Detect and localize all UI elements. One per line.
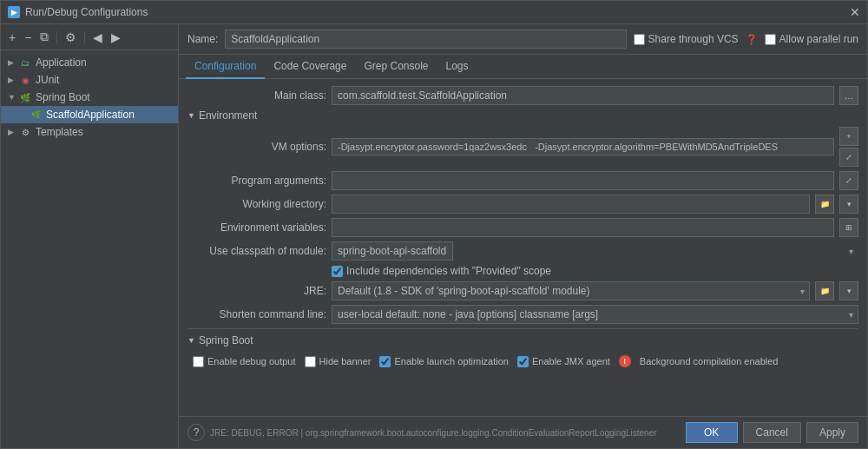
- copy-config-button[interactable]: ⧉: [37, 28, 51, 46]
- shorten-cmd-select-wrapper: user-local default: none - java [options…: [332, 305, 858, 324]
- shorten-cmd-label: Shorten command line:: [187, 308, 326, 320]
- main-class-browse-button[interactable]: …: [839, 86, 858, 105]
- vm-options-expand-button[interactable]: ⤢: [839, 148, 858, 167]
- close-button[interactable]: ✕: [850, 6, 860, 18]
- classpath-label: Use classpath of module:: [187, 245, 326, 257]
- jmx-agent-option[interactable]: Enable JMX agent: [517, 356, 610, 367]
- tree-item-templates[interactable]: ▶ ⚙ Templates: [1, 123, 178, 141]
- jmx-agent-checkbox[interactable]: [517, 356, 529, 367]
- hide-banner-option[interactable]: Hide banner: [305, 356, 372, 367]
- program-args-input[interactable]: [332, 171, 834, 190]
- tree-item-application[interactable]: ▶ 🗂 Application: [1, 54, 178, 71]
- toolbar-separator-2: [84, 31, 85, 43]
- tab-code-coverage[interactable]: Code Coverage: [265, 55, 355, 79]
- share-vcs-label[interactable]: Share through VCS: [634, 33, 739, 45]
- debug-output-checkbox[interactable]: [193, 356, 204, 367]
- jmx-agent-label: Enable JMX agent: [532, 356, 610, 366]
- jre-label: JRE:: [187, 285, 326, 297]
- main-class-label: Main class:: [187, 89, 326, 102]
- launch-opt-label: Enable launch optimization: [394, 356, 508, 366]
- tree-item-junit[interactable]: ▶ ◉ JUnit: [1, 71, 178, 89]
- tree-item-scaffold[interactable]: 🌿 ScaffoldApplication: [1, 106, 178, 123]
- launch-opt-option[interactable]: Enable launch optimization: [379, 356, 508, 367]
- hide-banner-checkbox[interactable]: [305, 356, 316, 367]
- collapse-button[interactable]: ▶: [108, 29, 123, 46]
- tree-label-spring-boot: Spring Boot: [36, 91, 90, 103]
- debug-output-label: Enable debug output: [207, 356, 296, 366]
- program-args-expand-button[interactable]: ⤢: [839, 171, 858, 190]
- shorten-cmd-select[interactable]: user-local default: none - java [options…: [332, 305, 858, 324]
- tab-configuration[interactable]: Configuration: [186, 55, 265, 79]
- launch-opt-checkbox[interactable]: [379, 356, 391, 367]
- include-deps-checkbox[interactable]: [332, 266, 343, 277]
- jre-select[interactable]: Default (1.8 - SDK of 'spring-boot-api-s…: [332, 281, 810, 300]
- spring-boot-options-row: Enable debug output Hide banner Enable l…: [193, 352, 858, 371]
- tree-arrow-templates: ▶: [8, 128, 18, 136]
- application-icon: 🗂: [18, 56, 32, 69]
- share-vcs-checkbox[interactable]: [634, 34, 645, 45]
- tab-grep-console[interactable]: Grep Console: [355, 55, 437, 79]
- vm-options-add-button[interactable]: +: [839, 127, 858, 146]
- spring-boot-section-header: ▼ Spring Boot: [187, 334, 858, 347]
- vm-options-buttons: + ⤢: [839, 127, 858, 167]
- toolbar-separator: [56, 31, 57, 43]
- vm-options-label: VM options:: [187, 141, 326, 153]
- program-args-label: Program arguments:: [187, 175, 326, 187]
- jre-dropdown-button[interactable]: ▾: [839, 281, 858, 300]
- env-vars-browse-button[interactable]: ⊞: [839, 218, 858, 237]
- main-content: + − ⧉ ⚙ ◀ ▶ ▶ 🗂 Application: [1, 24, 867, 448]
- program-args-row: Program arguments: ⤢: [187, 171, 858, 190]
- spring-boot-arrow[interactable]: ▼: [187, 336, 195, 345]
- name-row: Name: Share through VCS ❓ Allow parallel…: [179, 24, 867, 55]
- config-area: Main class: … ▼ Environment VM options: …: [179, 79, 867, 416]
- tree-label-junit: JUnit: [36, 74, 59, 86]
- working-dir-dropdown-button[interactable]: ▾: [839, 195, 858, 214]
- expand-button[interactable]: ◀: [90, 29, 105, 46]
- cancel-button[interactable]: Cancel: [743, 422, 801, 443]
- tree-item-spring-boot[interactable]: ▼ 🌿 Spring Boot: [1, 89, 178, 106]
- working-dir-browse-button[interactable]: 📁: [815, 195, 834, 214]
- bottom-bar: ? JRE: DEBUG, ERROR | org.springframewor…: [179, 416, 867, 448]
- left-panel: + − ⧉ ⚙ ◀ ▶ ▶ 🗂 Application: [1, 24, 179, 448]
- right-panel: Name: Share through VCS ❓ Allow parallel…: [179, 24, 867, 448]
- apply-button[interactable]: Apply: [806, 422, 858, 443]
- classpath-select[interactable]: spring-boot-api-scaffold: [332, 241, 453, 261]
- allow-parallel-label[interactable]: Allow parallel run: [765, 33, 858, 45]
- left-toolbar: + − ⧉ ⚙ ◀ ▶: [1, 24, 178, 50]
- ok-button[interactable]: OK: [686, 422, 738, 443]
- help-icon-vcs: ❓: [746, 34, 758, 45]
- tab-logs[interactable]: Logs: [437, 55, 477, 79]
- tabs-row: Configuration Code Coverage Grep Console…: [179, 55, 867, 79]
- allow-parallel-checkbox[interactable]: [765, 34, 776, 45]
- debug-output-option[interactable]: Enable debug output: [193, 356, 296, 367]
- environment-section-header: ▼ Environment: [187, 109, 858, 122]
- tree-arrow-junit: ▶: [8, 76, 18, 84]
- tree-arrow-application: ▶: [8, 58, 18, 67]
- classpath-row: Use classpath of module: spring-boot-api…: [187, 241, 858, 261]
- config-tree: ▶ 🗂 Application ▶ ◉ JUnit ▼ 🌿 Spring Boo…: [1, 50, 178, 448]
- jre-row: JRE: Default (1.8 - SDK of 'spring-boot-…: [187, 281, 858, 300]
- jre-browse-button[interactable]: 📁: [815, 281, 834, 300]
- hide-banner-label: Hide banner: [319, 356, 372, 366]
- working-dir-row: Working directory: 📁 ▾: [187, 195, 858, 214]
- environment-label: Environment: [199, 109, 257, 122]
- env-vars-input[interactable]: [332, 218, 834, 237]
- main-class-input[interactable]: [332, 86, 834, 105]
- vm-options-input[interactable]: [332, 138, 834, 155]
- help-button[interactable]: ?: [187, 424, 205, 441]
- remove-config-button[interactable]: −: [22, 29, 34, 46]
- bg-compile-error-icon: !: [619, 355, 631, 367]
- env-vars-label: Environment variables:: [187, 221, 326, 234]
- dialog-title: Run/Debug Configurations: [25, 6, 148, 18]
- environment-arrow[interactable]: ▼: [187, 111, 195, 120]
- title-bar: ▶ Run/Debug Configurations ✕: [1, 1, 867, 24]
- settings-button[interactable]: ⚙: [62, 29, 79, 46]
- working-dir-input[interactable]: [332, 195, 810, 214]
- spring-boot-section: ▼ Spring Boot Enable debug output Hide b…: [187, 328, 858, 371]
- name-input[interactable]: [225, 30, 626, 49]
- include-deps-label[interactable]: Include dependencies with "Provided" sco…: [332, 265, 551, 277]
- scaffold-app-icon: 🌿: [29, 108, 43, 122]
- add-config-button[interactable]: +: [6, 29, 18, 46]
- tree-label-application: Application: [36, 56, 87, 69]
- run-debug-dialog: ▶ Run/Debug Configurations ✕ + − ⧉ ⚙ ◀ ▶…: [0, 0, 868, 449]
